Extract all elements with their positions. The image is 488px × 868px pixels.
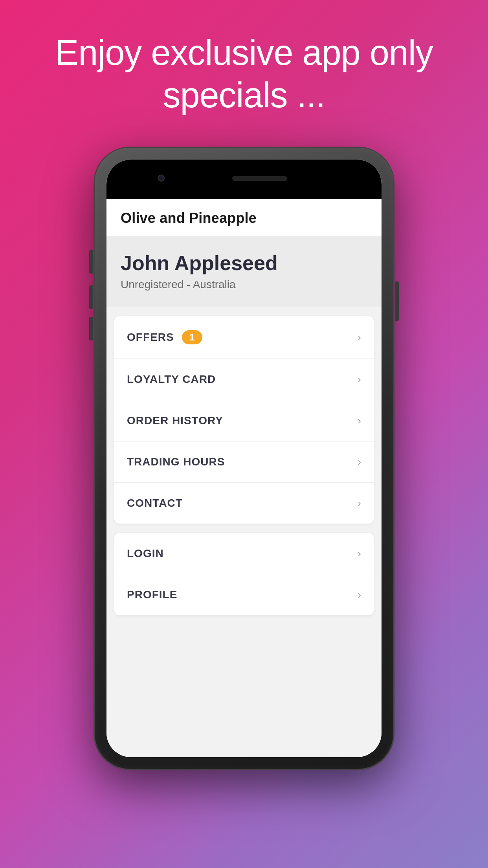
app-header: Olive and Pineapple <box>106 199 382 236</box>
speaker-icon <box>232 176 287 181</box>
menu-item-login[interactable]: LOGIN › <box>114 533 374 574</box>
user-status: Unregistered - Australia <box>121 278 367 291</box>
app-title: Olive and Pineapple <box>121 210 257 226</box>
phone-notch <box>106 160 382 199</box>
profile-label: PROFILE <box>127 588 177 601</box>
camera-icon <box>158 175 165 182</box>
loyalty-card-chevron-icon: › <box>358 373 361 386</box>
offers-label: OFFERS <box>127 331 174 344</box>
menu-item-order-history[interactable]: ORDER HISTORY › <box>114 400 374 441</box>
offers-chevron-icon: › <box>358 331 361 344</box>
user-section: John Appleseed Unregistered - Australia <box>106 236 382 307</box>
phone-mockup: Olive and Pineapple John Appleseed Unreg… <box>95 148 393 769</box>
menu-group-1: OFFERS 1 › LOYALTY CARD › ORDER HISTORY … <box>114 316 374 524</box>
loyalty-card-label: LOYALTY CARD <box>127 373 216 386</box>
contact-label: CONTACT <box>127 497 183 509</box>
profile-chevron-icon: › <box>358 588 361 601</box>
menu-item-contact[interactable]: CONTACT › <box>114 483 374 524</box>
trading-hours-chevron-icon: › <box>358 456 361 468</box>
menu-item-loyalty-card[interactable]: LOYALTY CARD › <box>114 359 374 400</box>
tagline: Enjoy exclusive app only specials ... <box>0 31 488 116</box>
menu-item-offers[interactable]: OFFERS 1 › <box>114 316 374 359</box>
menu-item-profile[interactable]: PROFILE › <box>114 574 374 615</box>
trading-hours-label: TRADING HOURS <box>127 456 225 468</box>
phone-frame: Olive and Pineapple John Appleseed Unreg… <box>95 148 393 769</box>
menu-group-2: LOGIN › PROFILE › <box>114 533 374 615</box>
login-chevron-icon: › <box>358 547 361 560</box>
phone-screen: Olive and Pineapple John Appleseed Unreg… <box>106 160 382 757</box>
order-history-chevron-icon: › <box>358 414 361 427</box>
user-name: John Appleseed <box>121 252 367 274</box>
offers-badge: 1 <box>182 330 202 344</box>
app-content: Olive and Pineapple John Appleseed Unreg… <box>106 199 382 757</box>
login-label: LOGIN <box>127 547 164 560</box>
contact-chevron-icon: › <box>358 497 361 509</box>
menu-item-offers-left: OFFERS 1 <box>127 330 202 344</box>
order-history-label: ORDER HISTORY <box>127 414 223 427</box>
menu-item-trading-hours[interactable]: TRADING HOURS › <box>114 441 374 483</box>
